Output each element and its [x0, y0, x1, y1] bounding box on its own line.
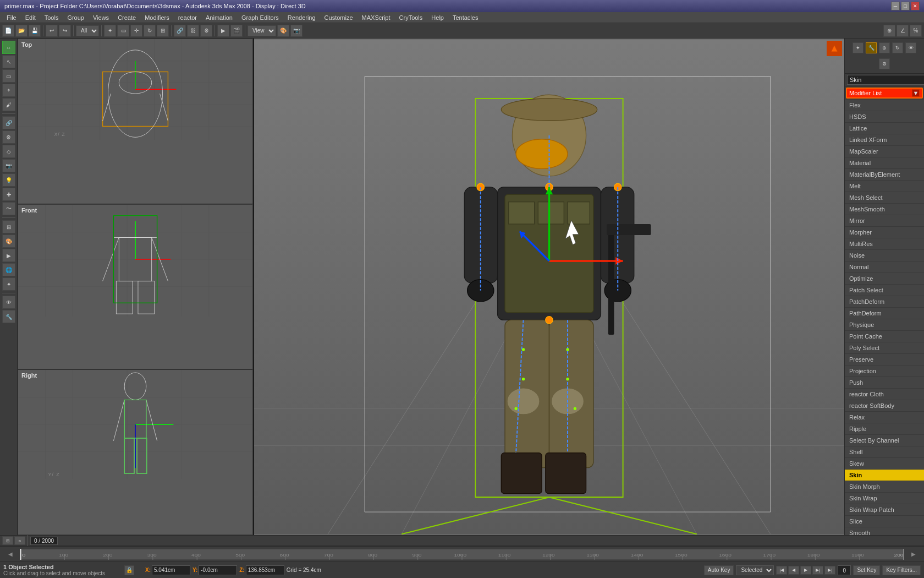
open-button[interactable]: 📂	[15, 25, 28, 37]
modifier-item-projection[interactable]: Projection	[845, 366, 924, 377]
bind-button[interactable]: ⚙	[200, 25, 212, 37]
effects-tool[interactable]: ✦	[2, 277, 15, 291]
modifier-item-optimize[interactable]: Optimize	[845, 273, 924, 285]
modify-tab[interactable]: 🔧	[866, 42, 877, 53]
scale-button[interactable]: ⊞	[157, 25, 169, 37]
menu-graph-editors[interactable]: Graph Editors	[237, 13, 283, 22]
modifier-list[interactable]: FlexHSDSLatticeLinked XFormMapScalerMate…	[845, 100, 924, 535]
menu-tools[interactable]: Tools	[40, 13, 63, 22]
menu-create[interactable]: Create	[113, 13, 140, 22]
modifier-item-mirror[interactable]: Mirror	[845, 215, 924, 227]
modifier-item-patch-select[interactable]: Patch Select	[845, 285, 924, 296]
modifier-item-slice[interactable]: Slice	[845, 516, 924, 527]
menu-animation[interactable]: Animation	[201, 13, 237, 22]
modifier-item-reactor-cloth[interactable]: reactor Cloth	[845, 389, 924, 400]
perspective-viewport[interactable]: Perspective	[254, 39, 844, 535]
menu-modifiers[interactable]: Modifiers	[140, 13, 174, 22]
menu-group[interactable]: Group	[63, 13, 89, 22]
region-select-tool[interactable]: ▭	[2, 69, 15, 83]
modifier-item-multires[interactable]: MultiRes	[845, 238, 924, 250]
snaps-button[interactable]: ⊕	[883, 25, 895, 37]
modifier-item-preserve[interactable]: Preserve	[845, 354, 924, 366]
modifier-item-skin[interactable]: Skin	[845, 470, 924, 481]
selected-mode-dropdown[interactable]: Selected	[736, 565, 774, 575]
redo-button[interactable]: ↪	[59, 25, 71, 37]
render-scene-tool[interactable]: ▶	[2, 249, 15, 262]
material-tool[interactable]: 🎨	[2, 235, 15, 248]
menu-reactor[interactable]: reactor	[174, 13, 201, 22]
keys-toggle[interactable]: ⊞	[2, 536, 13, 545]
unlink-button[interactable]: ⛓	[187, 25, 199, 37]
modifier-item-smooth[interactable]: Smooth	[845, 527, 924, 535]
modifier-item-mapscaler[interactable]: MapScaler	[845, 146, 924, 157]
modifier-item-melt[interactable]: Melt	[845, 181, 924, 192]
modifier-item-shell[interactable]: Shell	[845, 446, 924, 458]
keyfilters-button[interactable]: Key Filters...	[882, 565, 921, 575]
modifier-item-materialbyelement[interactable]: MaterialByElement	[845, 169, 924, 181]
bind-tool[interactable]: ⚙	[2, 130, 15, 144]
modifier-item-reactor-softbody[interactable]: reactor SoftBody	[845, 400, 924, 412]
view-dropdown[interactable]: View	[248, 25, 276, 36]
prev-frame-button[interactable]: ◀	[788, 566, 799, 575]
play-button[interactable]: ▶	[800, 566, 811, 575]
modifier-item-lattice[interactable]: Lattice	[845, 123, 924, 134]
environment-tool[interactable]: 🌐	[2, 263, 15, 276]
modifier-item-point-cache[interactable]: Point Cache	[845, 331, 924, 342]
modifier-item-mesh-select[interactable]: Mesh Select	[845, 192, 924, 204]
utilities-panel[interactable]: 🔧	[2, 310, 15, 323]
render-type-button[interactable]: 📷	[290, 25, 302, 37]
modifier-list-header[interactable]: Modifier List ▼	[846, 88, 923, 99]
close-button[interactable]: ✕	[911, 2, 920, 10]
lasso-tool[interactable]: ⌖	[2, 84, 15, 97]
schematic-tool[interactable]: ⊞	[2, 220, 15, 233]
move-button[interactable]: ✛	[130, 25, 142, 37]
modifier-item-morpher[interactable]: Morpher	[845, 227, 924, 238]
modifier-item-poly-select[interactable]: Poly Select	[845, 342, 924, 354]
next-frame-button[interactable]: ▶|	[812, 566, 823, 575]
modifier-item-meshsmooth[interactable]: MeshSmooth	[845, 204, 924, 215]
rotate-button[interactable]: ↻	[144, 25, 156, 37]
camera-tool[interactable]: 📷	[2, 159, 15, 172]
modifier-item-ripple[interactable]: Ripple	[845, 423, 924, 435]
angle-snap-button[interactable]: ∠	[897, 25, 909, 37]
percent-snap-button[interactable]: %	[910, 25, 922, 37]
go-end-button[interactable]: ▶|	[824, 566, 835, 575]
select-region-button[interactable]: ▭	[117, 25, 129, 37]
modifier-item-skin-wrap[interactable]: Skin Wrap	[845, 493, 924, 504]
helpers-tool[interactable]: ✚	[2, 188, 15, 201]
x-coord-input[interactable]	[152, 565, 190, 575]
link-tool[interactable]: 🔗	[2, 116, 15, 129]
modifier-item-linked-xform[interactable]: Linked XForm	[845, 134, 924, 146]
right-viewport[interactable]: Right	[18, 369, 253, 535]
modifier-list-dropdown[interactable]: ▼	[912, 89, 920, 97]
viewport-stats-button[interactable]	[827, 41, 842, 56]
modifier-item-normal[interactable]: Normal	[845, 261, 924, 273]
link-button[interactable]: 🔗	[174, 25, 186, 37]
modifier-item-hsds[interactable]: HSDS	[845, 111, 924, 123]
menu-views[interactable]: Views	[89, 13, 113, 22]
modifier-name-input[interactable]: Skin	[847, 75, 924, 85]
z-coord-input[interactable]	[246, 565, 284, 575]
maximize-button[interactable]: □	[901, 2, 910, 10]
filter-dropdown[interactable]: All	[76, 25, 99, 36]
render-button[interactable]: ▶	[217, 25, 229, 37]
new-scene-button[interactable]: 📄	[2, 25, 14, 37]
undo-button[interactable]: ↩	[46, 25, 58, 37]
select-tool[interactable]: ↖	[2, 55, 15, 68]
menu-help[interactable]: Help	[427, 13, 448, 22]
modifier-item-pathdeform[interactable]: PathDeform	[845, 308, 924, 319]
material-editor-button[interactable]: 🎨	[277, 25, 289, 37]
modifier-item-noise[interactable]: Noise	[845, 250, 924, 261]
utilities-tab[interactable]: ⚙	[879, 58, 890, 69]
y-coord-input[interactable]	[199, 565, 237, 575]
timeline-track[interactable]: 0 100 200 300 400 500 600 700 800 900 10…	[20, 549, 904, 560]
modifier-item-select-by-channel[interactable]: Select By Channel	[845, 435, 924, 446]
modifier-item-flex[interactable]: Flex	[845, 100, 924, 111]
light-tool[interactable]: 💡	[2, 173, 15, 187]
menu-edit[interactable]: Edit	[21, 13, 40, 22]
modifier-item-physique[interactable]: Physique	[845, 319, 924, 331]
menu-file[interactable]: File	[2, 13, 21, 22]
shapes-tool[interactable]: ◇	[2, 145, 15, 158]
menu-rendering[interactable]: Rendering	[283, 13, 320, 22]
space-warps-tool[interactable]: 〜	[2, 202, 15, 215]
